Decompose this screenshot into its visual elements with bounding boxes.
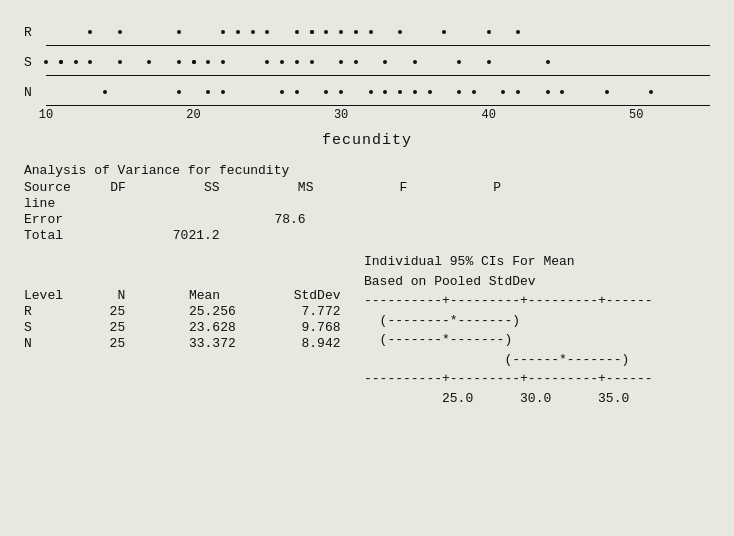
anova-col-p: P — [415, 180, 509, 196]
anova-source-line: line — [24, 196, 79, 212]
ci-col-n: N — [78, 288, 142, 304]
anova-col-ss: SS — [134, 180, 228, 196]
row-label-r: R — [24, 25, 46, 40]
ci-n-s: 25 — [78, 320, 142, 336]
ci-n-n: 25 — [78, 336, 142, 352]
ci-section: Level N Mean StdDev R 25 25.256 7.772 S … — [24, 252, 710, 408]
ci-stddev-s: 9.768 — [262, 320, 364, 336]
anova-source-error: Error — [24, 212, 79, 228]
x-tick-50: 50 — [629, 108, 643, 122]
ci-level-r: R — [24, 304, 78, 320]
dot-area-s — [46, 48, 710, 76]
anova-row-line: line — [24, 196, 509, 212]
anova-col-f: F — [321, 180, 415, 196]
ci-stddev-n: 8.942 — [262, 336, 364, 352]
dot-area-r — [46, 18, 710, 46]
row-label-s: S — [24, 55, 46, 70]
anova-source-total: Total — [24, 228, 79, 244]
row-label-n: N — [24, 85, 46, 100]
ci-level-s: S — [24, 320, 78, 336]
anova-ms-error: 78.6 — [228, 212, 322, 228]
dotplot-row-n: N — [24, 78, 710, 106]
anova-col-ms: MS — [228, 180, 322, 196]
ci-row-s: S 25 23.628 9.768 — [24, 320, 364, 336]
anova-col-df: DF — [79, 180, 134, 196]
ci-right: Individual 95% CIs For Mean Based on Poo… — [364, 252, 710, 408]
anova-section: Analysis of Variance for fecundity Sourc… — [24, 163, 710, 244]
ci-level-n: N — [24, 336, 78, 352]
anova-row-error: Error 78.6 — [24, 212, 509, 228]
dotplot: R S N 1020304050 — [24, 18, 710, 128]
x-tick-10: 10 — [39, 108, 53, 122]
ci-mean-r: 25.256 — [142, 304, 262, 320]
ci-stddev-r: 7.772 — [262, 304, 364, 320]
ci-col-stddev: StdDev — [262, 288, 364, 304]
anova-header-row: Source DF SS MS F P — [24, 180, 509, 196]
ci-row-n: N 25 33.372 8.942 — [24, 336, 364, 352]
dotplot-row-s: S — [24, 48, 710, 76]
ci-mean-n: 33.372 — [142, 336, 262, 352]
x-tick-20: 20 — [186, 108, 200, 122]
dotplot-row-r: R — [24, 18, 710, 46]
ci-mean-s: 23.628 — [142, 320, 262, 336]
ci-right-content: Individual 95% CIs For Mean Based on Poo… — [364, 252, 710, 408]
ci-header-row: Level N Mean StdDev — [24, 288, 364, 304]
x-axis: 1020304050 — [24, 108, 710, 128]
anova-ss-total: 7021.2 — [134, 228, 228, 244]
x-tick-40: 40 — [481, 108, 495, 122]
dot-area-n — [46, 78, 710, 106]
ci-left: Level N Mean StdDev R 25 25.256 7.772 S … — [24, 252, 364, 408]
anova-row-total: Total 7021.2 — [24, 228, 509, 244]
anova-title: Analysis of Variance for fecundity — [24, 163, 710, 178]
x-axis-label: fecundity — [24, 132, 710, 149]
x-tick-30: 30 — [334, 108, 348, 122]
ci-n-r: 25 — [78, 304, 142, 320]
ci-row-r: R 25 25.256 7.772 — [24, 304, 364, 320]
ci-col-level: Level — [24, 288, 78, 304]
x-axis-ticks: 1020304050 — [46, 108, 710, 128]
anova-col-source: Source — [24, 180, 79, 196]
anova-table: Source DF SS MS F P line Error 78.6 Tota… — [24, 180, 509, 244]
ci-col-mean: Mean — [142, 288, 262, 304]
ci-table: Level N Mean StdDev R 25 25.256 7.772 S … — [24, 288, 364, 352]
